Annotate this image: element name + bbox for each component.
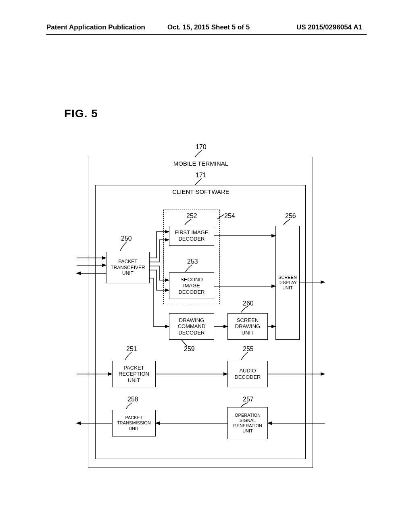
arrows-layer [0, 0, 413, 532]
page: Patent Application Publication Oct. 15, … [0, 0, 413, 532]
